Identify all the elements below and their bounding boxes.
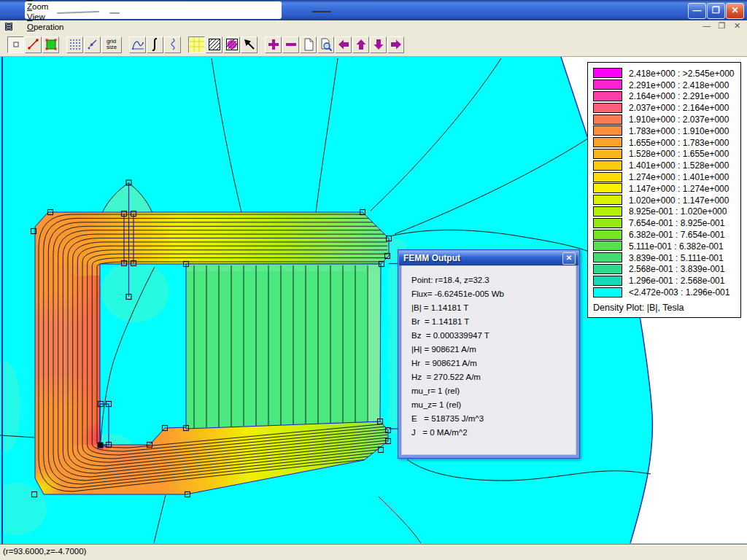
page-magnifier-icon (318, 36, 333, 52)
wave-icon (165, 36, 180, 52)
legend-row: 5.111e-001 : 6.382e-001 (588, 241, 740, 252)
legend-row: 1.274e+000 : 1.401e+000 (588, 171, 740, 183)
arrow-left-icon (336, 36, 351, 52)
output-line: Hr = 908621 A/m (411, 357, 576, 370)
snap-icon (85, 36, 100, 52)
pan-down-button[interactable] (370, 36, 387, 53)
coil-region (186, 264, 381, 429)
legend-row: 1.020e+000 : 1.147e+000 (588, 195, 740, 206)
legend-row: 6.382e-001 : 7.654e-001 (588, 229, 740, 241)
snap-to-grid-button[interactable] (84, 36, 101, 53)
app-icon (4, 22, 15, 31)
legend-row: 3.839e-001 : 5.111e-001 (588, 252, 740, 264)
legend-swatch (593, 287, 622, 298)
femm-app-window: — ❐ ✕ File Edit Zoom View Operation Plot… (0, 0, 747, 560)
status-bar: (r=93.6000,z=-4.7000) (0, 544, 747, 560)
child-window-button[interactable]: ✕ (732, 21, 743, 31)
contour-plot-button[interactable] (206, 36, 222, 53)
legend-row: 2.164e+000 : 2.291e+000 (588, 91, 740, 103)
minus-icon (283, 36, 298, 52)
legend-row: 1.910e+000 : 2.037e+000 (588, 114, 740, 125)
menu-item[interactable]: Zoom (20, 1, 71, 12)
selected-node-marker[interactable] (98, 443, 104, 448)
output-line: |H| = 908621 A/m (411, 343, 576, 357)
legend-swatch (593, 276, 622, 286)
legend-row: 2.037e+000 : 2.164e+000 (588, 102, 740, 114)
close-icon: ✕ (731, 5, 738, 15)
output-line: J = 0 MA/m^2 (411, 426, 576, 440)
pan-left-button[interactable] (335, 36, 352, 53)
density-legend: 2.418e+000 : >2.545e+000 2.291e+000 : 2.… (587, 62, 741, 318)
block-mode-button[interactable] (42, 36, 59, 53)
zoom-in-button[interactable] (265, 36, 282, 53)
output-line: Hz = 270.522 A/m (411, 370, 576, 384)
legend-range-label: 2.291e+000 : 2.418e+000 (629, 80, 729, 90)
maximize-button[interactable]: ❐ (707, 3, 725, 19)
legend-swatch (593, 241, 622, 251)
dialog-body: Point: r=18.4, z=32.3 Flux= -6.62451e-00… (401, 265, 576, 455)
legend-row: 2.418e+000 : >2.545e+000 (588, 68, 740, 79)
legend-range-label: 8.925e-001 : 1.020e+000 (629, 206, 727, 217)
child-window-button[interactable]: ❐ (716, 21, 727, 31)
show-mesh-button[interactable] (188, 36, 205, 53)
legend-range-label: 1.401e+000 : 1.528e+000 (629, 160, 729, 171)
dialog-title-bar[interactable]: FEMM Output ✕ (399, 251, 578, 265)
zoom-window-button[interactable] (317, 36, 334, 53)
legend-swatch (593, 230, 622, 240)
dialog-close-button[interactable]: ✕ (562, 252, 576, 265)
arrow-right-icon (388, 36, 403, 52)
legend-swatch (593, 160, 622, 171)
zoom-out-button[interactable] (282, 36, 299, 53)
grid-size-button[interactable]: grid size (101, 36, 122, 53)
maximize-icon: ❐ (712, 5, 720, 15)
density-plot-button[interactable] (223, 36, 240, 53)
legend-title: Density Plot: |B|, Tesla (593, 303, 740, 313)
legend-row: 2.291e+000 : 2.418e+000 (588, 79, 740, 91)
legend-range-label: 2.037e+000 : 2.164e+000 (629, 103, 729, 113)
legend-range-label: 7.654e-001 : 8.925e-001 (629, 218, 724, 228)
minimize-button[interactable]: — (688, 3, 706, 19)
cursor-coordinates: (r=93.6000,z=-4.7000) (3, 547, 86, 556)
point-mode-button[interactable] (7, 36, 24, 53)
show-grid-button[interactable] (66, 36, 83, 53)
arrow-up-icon (353, 36, 368, 52)
scribble-mark (312, 11, 331, 12)
legend-swatch (593, 125, 622, 136)
legend-range-label: 1.274e+000 : 1.401e+000 (629, 172, 729, 182)
pan-up-button[interactable] (352, 36, 369, 53)
integrate-button[interactable] (147, 36, 163, 53)
vector-plot-button[interactable] (241, 36, 258, 53)
pan-right-button[interactable] (387, 36, 404, 53)
output-line: Br = 1.14181 T (411, 315, 576, 329)
legend-range-label: 2.418e+000 : >2.545e+000 (629, 69, 734, 79)
zoom-natural-button[interactable] (300, 36, 317, 53)
contour-line-button[interactable] (25, 36, 42, 53)
legend-swatch (593, 114, 622, 125)
menu-item[interactable]: View (20, 12, 71, 22)
legend-swatch (593, 79, 622, 90)
legend-range-label: 2.164e+000 : 2.291e+000 (629, 91, 729, 101)
legend-range-label: 1.147e+000 : 1.274e+000 (629, 184, 729, 194)
close-button[interactable]: ✕ (726, 3, 744, 19)
legend-row: 1.655e+000 : 1.783e+000 (588, 137, 740, 149)
plus-icon (266, 36, 281, 52)
legend-range-label: 1.528e+000 : 1.655e+000 (629, 149, 729, 159)
femm-output-dialog[interactable]: FEMM Output ✕ Point: r=18.4, z=32.3 Flux… (398, 249, 580, 459)
legend-range-label: 1.783e+000 : 1.910e+000 (629, 126, 729, 136)
smoothing-button[interactable] (164, 36, 181, 53)
legend-swatch (593, 206, 622, 217)
legend-range-label: 2.568e-001 : 3.839e-001 (629, 264, 724, 274)
child-window-button[interactable]: — (701, 21, 712, 31)
output-line: mu_z= 1 (rel) (411, 398, 576, 412)
plot-curve-button[interactable] (129, 36, 146, 53)
close-icon: ✕ (566, 254, 572, 262)
title-bar[interactable]: — ❐ ✕ (0, 0, 747, 20)
output-line: Point: r=18.4, z=32.3 (411, 273, 576, 287)
legend-row: 1.783e+000 : 1.910e+000 (588, 125, 740, 137)
legend-row: 7.654e-001 : 8.925e-001 (588, 217, 740, 229)
legend-swatch (593, 195, 622, 205)
integral-icon (147, 36, 163, 52)
output-line: mu_r= 1 (rel) (411, 384, 576, 398)
legend-range-label: 3.839e-001 : 5.111e-001 (629, 253, 724, 263)
menu-item[interactable]: Operation (20, 22, 71, 32)
